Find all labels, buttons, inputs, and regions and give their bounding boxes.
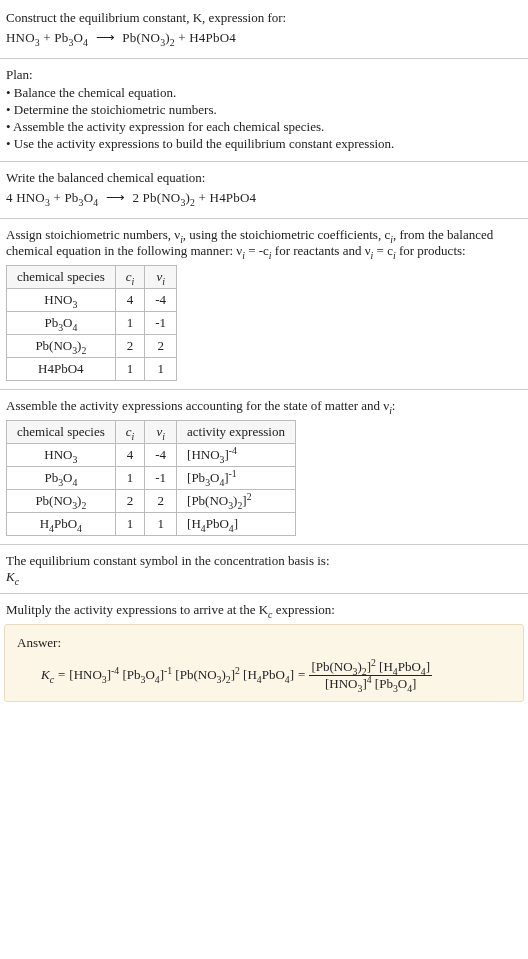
col-vi: νi <box>145 421 177 444</box>
reaction-arrow-icon: ⟶ <box>106 190 125 206</box>
cell-activity: [Pb3O4]-1 <box>177 467 296 490</box>
plan-item: Balance the chemical equation. <box>6 85 522 101</box>
species-hno3: HNO3 <box>16 190 50 205</box>
kc-product-form: [HNO3]-4 [Pb3O4]-1 [Pb(NO3)2]2 [H4PbO4] <box>69 667 294 683</box>
cell-species: Pb3O4 <box>7 467 116 490</box>
table-row: HNO3 4 -4 <box>7 289 177 312</box>
table-row: Pb3O4 1 -1 <box>7 312 177 335</box>
cell-ci: 2 <box>115 335 145 358</box>
species-h4pbo4: H4PbO4 <box>189 30 236 45</box>
answer-label: Answer: <box>17 635 511 651</box>
table-row: Pb3O4 1 -1 [Pb3O4]-1 <box>7 467 296 490</box>
cell-vi: 1 <box>145 513 177 536</box>
species-pb3o4: Pb3O4 <box>54 30 88 45</box>
plan-title: Plan: <box>6 67 522 83</box>
kc-expression: Kc = [HNO3]-4 [Pb3O4]-1 [Pb(NO3)2]2 [H4P… <box>17 659 511 691</box>
cell-ci: 2 <box>115 490 145 513</box>
plan-section: Plan: Balance the chemical equation. Det… <box>0 59 528 162</box>
unbalanced-equation: HNO3 + Pb3O4 ⟶ Pb(NO3)2 + H4PbO4 <box>6 30 522 46</box>
cell-activity: [Pb(NO3)2]2 <box>177 490 296 513</box>
cell-vi: -1 <box>145 467 177 490</box>
table-row: Pb(NO3)2 2 2 <box>7 335 177 358</box>
cell-species: Pb(NO3)2 <box>7 335 116 358</box>
plan-item: Determine the stoichiometric numbers. <box>6 102 522 118</box>
cell-species: Pb(NO3)2 <box>7 490 116 513</box>
plan-item: Use the activity expressions to build th… <box>6 136 522 152</box>
cell-activity: [H4PbO4] <box>177 513 296 536</box>
species-hno3: HNO3 <box>6 30 40 45</box>
problem-statement: Construct the equilibrium constant, K, e… <box>0 0 528 59</box>
activity-intro: Assemble the activity expressions accoun… <box>6 398 522 414</box>
col-activity: activity expression <box>177 421 296 444</box>
cell-vi: -1 <box>145 312 177 335</box>
balanced-section: Write the balanced chemical equation: 4 … <box>0 162 528 219</box>
kc-symbol: Kc <box>41 667 54 683</box>
cell-vi: 2 <box>145 335 177 358</box>
kc-denominator: [HNO3]4 [Pb3O4] <box>323 676 418 692</box>
cell-vi: 1 <box>145 358 177 381</box>
plan-list: Balance the chemical equation. Determine… <box>28 85 522 152</box>
table-row: chemical species ci νi <box>7 266 177 289</box>
cell-ci: 1 <box>115 358 145 381</box>
table-row: HNO3 4 -4 [HNO3]-4 <box>7 444 296 467</box>
construct-text: Construct the equilibrium constant, K, e… <box>6 10 286 25</box>
cell-species: HNO3 <box>7 289 116 312</box>
table-row: Pb(NO3)2 2 2 [Pb(NO3)2]2 <box>7 490 296 513</box>
table-row: chemical species ci νi activity expressi… <box>7 421 296 444</box>
species-h4pbo4: H4PbO4 <box>210 190 257 205</box>
kc-fraction: [Pb(NO3)2]2 [H4PbO4] [HNO3]4 [Pb3O4] <box>309 659 432 691</box>
eqconst-line1: The equilibrium constant symbol in the c… <box>6 553 522 569</box>
cell-ci: 1 <box>115 513 145 536</box>
col-ci: ci <box>115 421 145 444</box>
col-species: chemical species <box>7 266 116 289</box>
cell-species: HNO3 <box>7 444 116 467</box>
cell-ci: 4 <box>115 289 145 312</box>
species-pbno32: Pb(NO3)2 <box>122 30 175 45</box>
stoich-table-1: chemical species ci νi HNO3 4 -4 Pb3O4 1… <box>6 265 177 381</box>
multiply-section: Mulitply the activity expressions to arr… <box>0 594 528 618</box>
cell-species: H4PbO4 <box>7 513 116 536</box>
eqconst-section: The equilibrium constant symbol in the c… <box>0 545 528 594</box>
activity-section: Assemble the activity expressions accoun… <box>0 390 528 545</box>
balanced-equation: 4 HNO3 + Pb3O4 ⟶ 2 Pb(NO3)2 + H4PbO4 <box>6 190 522 206</box>
col-species: chemical species <box>7 421 116 444</box>
cell-species: H4PbO4 <box>7 358 116 381</box>
balanced-intro: Write the balanced chemical equation: <box>6 170 522 186</box>
assign-section: Assign stoichiometric numbers, νi, using… <box>0 219 528 390</box>
cell-vi: -4 <box>145 444 177 467</box>
multiply-text: Mulitply the activity expressions to arr… <box>6 602 522 618</box>
cell-vi: 2 <box>145 490 177 513</box>
species-pb3o4: Pb3O4 <box>64 190 98 205</box>
eqconst-symbol: Kc <box>6 569 522 585</box>
plan-item: Assemble the activity expression for eac… <box>6 119 522 135</box>
cell-vi: -4 <box>145 289 177 312</box>
stoich-table-2: chemical species ci νi activity expressi… <box>6 420 296 536</box>
table-row: H4PbO4 1 1 [H4PbO4] <box>7 513 296 536</box>
cell-ci: 1 <box>115 312 145 335</box>
answer-box: Answer: Kc = [HNO3]-4 [Pb3O4]-1 [Pb(NO3)… <box>4 624 524 702</box>
cell-ci: 4 <box>115 444 145 467</box>
reaction-arrow-icon: ⟶ <box>96 30 115 46</box>
col-ci: ci <box>115 266 145 289</box>
cell-activity: [HNO3]-4 <box>177 444 296 467</box>
construct-line: Construct the equilibrium constant, K, e… <box>6 10 522 26</box>
cell-ci: 1 <box>115 467 145 490</box>
assign-text: Assign stoichiometric numbers, νi, using… <box>6 227 522 259</box>
table-row: H4PbO4 1 1 <box>7 358 177 381</box>
species-pbno32: Pb(NO3)2 <box>143 190 196 205</box>
cell-species: Pb3O4 <box>7 312 116 335</box>
col-vi: νi <box>145 266 177 289</box>
